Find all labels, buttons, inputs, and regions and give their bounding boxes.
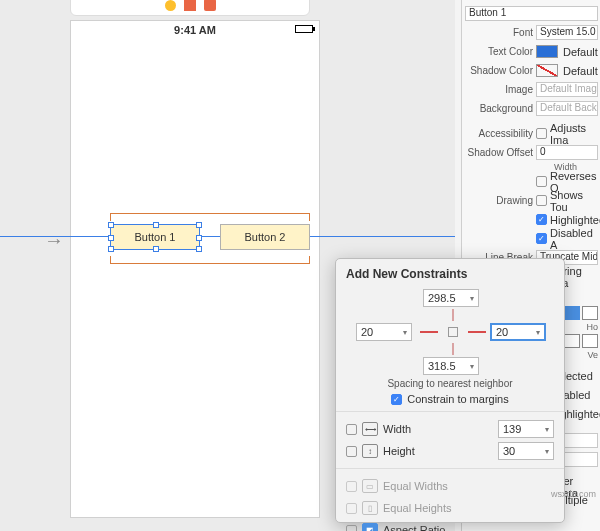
align-tab[interactable] [564, 306, 580, 320]
left-spacing-field[interactable]: 20▾ [356, 323, 412, 341]
text-color-swatch[interactable] [536, 45, 558, 58]
drawing-label: Drawing [465, 195, 533, 206]
resize-handle[interactable] [108, 246, 114, 252]
chevron-down-icon: ▾ [470, 294, 474, 303]
adjusts-image-checkbox[interactable] [536, 128, 547, 139]
bottom-strut[interactable] [452, 343, 454, 355]
resize-handle[interactable] [196, 246, 202, 252]
constraint-indicator-top [110, 213, 310, 221]
spacing-grid: 298.5▾ 20▾ 20▾ 318.5▾ [346, 289, 554, 375]
equal-widths-icon: ▭ [362, 479, 378, 493]
shadow-color-label: Shadow Color [465, 65, 533, 76]
button-2[interactable]: Button 2 [220, 224, 310, 250]
width-icon: ⟷ [362, 422, 378, 436]
equal-heights-label: Equal Heights [383, 502, 452, 514]
disabled-checkbox[interactable]: ✓ [536, 233, 547, 244]
resize-handle[interactable] [196, 222, 202, 228]
shows-touch-checkbox[interactable] [536, 195, 547, 206]
image-label: Image [465, 84, 533, 95]
align-tab[interactable] [564, 334, 580, 348]
image-field[interactable]: Default Image [536, 82, 598, 97]
chevron-down-icon: ▾ [470, 362, 474, 371]
width-checkbox[interactable] [346, 424, 357, 435]
button-1-label: Button 1 [135, 231, 176, 243]
background-label: Background [465, 103, 533, 114]
device-frame: 9:41 AM [70, 20, 320, 518]
height-label: Height [383, 445, 415, 457]
equal-heights-checkbox [346, 503, 357, 514]
adjusts-image-label: Adjusts Ima [550, 122, 598, 146]
chevron-down-icon: ▾ [536, 328, 540, 337]
resize-handle[interactable] [108, 222, 114, 228]
add-constraints-popover: Add New Constraints 298.5▾ 20▾ 20▾ 318.5… [335, 258, 565, 523]
resize-handle[interactable] [196, 235, 202, 241]
initial-scene-arrow-icon[interactable]: → [44, 229, 64, 252]
watermark: wsxdn.com [551, 489, 596, 499]
disabled-label: Disabled A [550, 227, 598, 251]
exit-icon[interactable] [204, 0, 216, 11]
height-icon: ↕ [362, 444, 378, 458]
shadow-offset-field[interactable]: 0 [536, 145, 598, 160]
shows-touch-label: Shows Tou [550, 189, 598, 213]
right-spacing-field[interactable]: 20▾ [490, 323, 546, 341]
align-tab[interactable] [582, 306, 598, 320]
text-color-value: Default [563, 46, 598, 58]
chevron-down-icon: ▾ [403, 328, 407, 337]
equal-heights-icon: ▯ [362, 501, 378, 515]
scene-toolbar [70, 0, 310, 16]
highlighted-label: Highlighted [550, 214, 600, 226]
top-strut[interactable] [452, 309, 454, 321]
background-field[interactable]: Default Back [536, 101, 598, 116]
resize-handle[interactable] [108, 235, 114, 241]
popover-title: Add New Constraints [346, 267, 554, 281]
align-tab[interactable] [582, 334, 598, 348]
height-field[interactable]: 30▾ [498, 442, 554, 460]
dot-icon [165, 0, 176, 11]
spacing-caption: Spacing to nearest neighbor [346, 378, 554, 389]
font-field[interactable]: System 15.0 [536, 25, 598, 40]
bottom-spacing-field[interactable]: 318.5▾ [423, 357, 479, 375]
constraint-cross-icon [442, 321, 464, 343]
resize-handle[interactable] [153, 222, 159, 228]
accessibility-label: Accessibility [465, 128, 533, 139]
right-strut[interactable] [468, 331, 486, 333]
aspect-ratio-icon: ◩ [362, 523, 378, 531]
reverses-checkbox[interactable] [536, 176, 547, 187]
highlighted-checkbox[interactable]: ✓ [536, 214, 547, 225]
text-color-label: Text Color [465, 46, 533, 57]
status-bar: 9:41 AM [71, 21, 319, 39]
equal-widths-checkbox [346, 481, 357, 492]
top-spacing-field[interactable]: 298.5▾ [423, 289, 479, 307]
resize-handle[interactable] [153, 246, 159, 252]
shadow-offset-label: Shadow Offset [465, 147, 533, 158]
left-strut[interactable] [420, 331, 438, 333]
title-field[interactable]: Button 1 [465, 6, 598, 21]
height-checkbox[interactable] [346, 446, 357, 457]
button-1[interactable]: Button 1 [110, 224, 200, 250]
constrain-margins-checkbox[interactable]: ✓ [391, 394, 402, 405]
aspect-ratio-label: Aspect Ratio [383, 524, 445, 531]
equal-widths-label: Equal Widths [383, 480, 448, 492]
aspect-ratio-checkbox[interactable] [346, 525, 357, 532]
battery-icon [295, 25, 313, 33]
view-controller-icon[interactable] [184, 0, 196, 11]
constrain-margins-label: Constrain to margins [407, 393, 509, 405]
button-2-label: Button 2 [245, 231, 286, 243]
shadow-color-value: Default [563, 65, 598, 77]
font-label: Font [465, 27, 533, 38]
width-field[interactable]: 139▾ [498, 420, 554, 438]
status-time: 9:41 AM [174, 24, 216, 36]
width-label: Width [383, 423, 411, 435]
shadow-color-swatch[interactable] [536, 64, 558, 77]
constraint-indicator-bottom [110, 256, 310, 264]
